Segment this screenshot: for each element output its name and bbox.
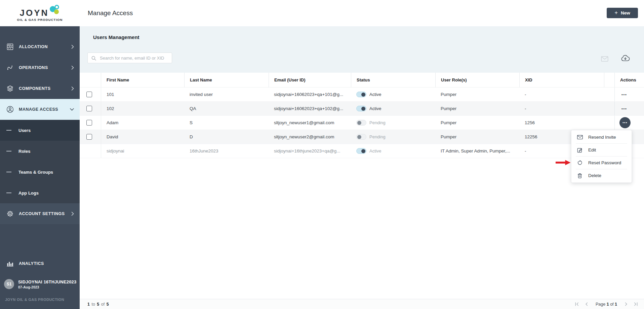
table-row: 101 invited user sidjoynai+16062023+qa+1… [80,88,644,102]
sidebar-item-allocation[interactable]: ALLOCATION [0,36,80,57]
chevron-right-icon [71,66,74,70]
main-area: Manage Access + New Users Management Fi [80,0,644,309]
app-logo: JOYN OIL & GAS PRODUCTION [0,0,80,26]
table-row: Adam S sltjoyn_newuser1@gmail.com Pendin… [80,116,644,130]
next-page-button[interactable] [624,302,628,306]
sidebar-item-app-logs[interactable]: App Logs [0,182,80,203]
dash-icon [6,151,11,151]
column-header-email[interactable]: Email (User ID) [269,73,351,87]
org-name: JOYN OIL & GAS PRODUCTION [5,298,64,302]
table-header: First Name Last Name Email (User ID) Sta… [80,73,644,88]
cell-status: Active [351,102,435,115]
current-user[interactable]: S1 SIDJOYNAI 16THJUNE2023 07-Aug-2023 [4,279,76,289]
cell-last-name: D [184,130,269,144]
sidebar-nav: ALLOCATION OPERATIONS [0,26,80,224]
header-checkbox-col [80,73,101,87]
edit-icon [577,147,583,153]
sidebar-item-analytics[interactable]: ANALYTICS [0,253,80,274]
cell-email: sidjoynai+16062023+qa+102@g... [269,102,351,115]
cell-email: sltjoyn_newuser1@gmail.com [269,116,351,130]
cell-status: Active [351,144,435,158]
new-user-button[interactable]: + New [607,8,638,18]
row-checkbox[interactable] [86,92,92,97]
sidebar-item-components[interactable]: COMPONENTS [0,78,80,99]
envelope-icon [601,56,608,62]
row-actions-menu: Resend Invite Edit Reset Password Delete [571,130,632,183]
envelope-icon [577,135,583,139]
cell-user-roles: Pumper [435,88,519,101]
row-checkbox[interactable] [86,106,92,111]
cell-actions: ••• [614,102,644,115]
cell-checkbox [80,130,101,144]
status-toggle[interactable] [356,120,366,126]
status-toggle[interactable] [356,134,366,140]
sidebar-item-operations[interactable]: OPERATIONS [0,57,80,78]
row-actions-button[interactable]: ••• [621,93,627,97]
sidebar-item-manage-access[interactable]: MANAGE ACCESS [0,99,80,120]
trash-icon [577,173,583,178]
column-header-xid[interactable]: XID [519,73,604,87]
table-row: sidjoynai 16thJune2023 sidjoynai+16thjun… [80,144,644,158]
search-input[interactable] [88,53,172,63]
cell-first-name: 101 [101,88,184,101]
column-header-status[interactable]: Status [351,73,435,87]
cell-xid: - [519,88,604,101]
cell-last-name: S [184,116,269,130]
menu-item-delete[interactable]: Delete [571,169,632,182]
ellipsis-icon: ••• [622,121,627,125]
sidebar-item-roles[interactable]: Roles [0,141,80,162]
sidebar-item-teams-groups[interactable]: Teams & Groups [0,162,80,182]
sidebar-subitem-label: App Logs [18,191,39,196]
reset-password-icon [577,160,583,166]
menu-item-resend-invite[interactable]: Resend Invite [571,131,632,143]
row-checkbox[interactable] [86,134,92,140]
status-toggle[interactable] [356,92,366,97]
last-page-button[interactable] [634,302,638,306]
sidebar-item-label: ALLOCATION [19,44,71,49]
sidebar-item-account-settings[interactable]: ACCOUNT SETTINGS [0,203,80,224]
content-area: Users Management First Name Last Name Em… [80,26,644,309]
pagination: Page 1 of 1 [575,302,638,307]
row-actions-button[interactable]: ••• [621,107,627,111]
first-page-button[interactable] [575,302,579,306]
column-header-last-name[interactable]: Last Name [184,73,269,87]
cell-first-name: Adam [101,116,184,130]
column-header-first-name[interactable]: First Name [101,73,184,87]
cell-checkbox [80,116,101,130]
export-download-button[interactable] [621,55,630,62]
current-user-date: 07-Aug-2023 [18,285,76,289]
status-toggle[interactable] [356,106,366,111]
status-label: Pending [369,120,386,125]
table-footer: 1 to 5 of 5 Page 1 of 1 [80,299,644,309]
header-gap-col [604,73,614,87]
column-header-user-roles[interactable]: User Role(s) [435,73,519,87]
table-row: David D sltjoyn_newuser2@gmail.com Pendi… [80,130,644,144]
cell-checkbox [80,88,101,101]
bar-chart-icon [6,261,14,267]
flow-icon [6,64,14,71]
sidebar-item-label: ACCOUNT SETTINGS [19,211,71,216]
menu-item-edit[interactable]: Edit [571,144,632,156]
table-row: 102 QA sidjoynai+16062023+qa+102@g... Ac… [80,102,644,116]
cell-user-roles: Pumper [435,102,519,115]
cell-checkbox [80,144,101,158]
email-users-button[interactable] [601,56,608,62]
status-label: Active [369,92,381,97]
menu-item-reset-password[interactable]: Reset Password [571,157,632,169]
row-actions-button-active[interactable]: ••• [619,117,631,128]
cell-checkbox [80,102,101,115]
sidebar-subitem-label: Roles [18,149,30,154]
chevron-right-icon [71,45,74,49]
cell-first-name: 102 [101,102,184,115]
manage-access-submenu: Users Roles Teams & Groups App Logs [0,120,80,203]
status-label: Active [369,106,381,111]
dash-icon [6,193,11,193]
new-button-label: New [621,10,630,15]
dash-icon [6,172,11,172]
cell-user-roles: IT Admin, Super Admin, Pumper,... [435,144,519,158]
prev-page-button[interactable] [585,302,589,306]
row-checkbox[interactable] [86,120,92,126]
cell-user-roles: Pumper [435,116,519,130]
sidebar-item-users[interactable]: Users [0,120,80,141]
status-toggle[interactable] [356,148,366,154]
